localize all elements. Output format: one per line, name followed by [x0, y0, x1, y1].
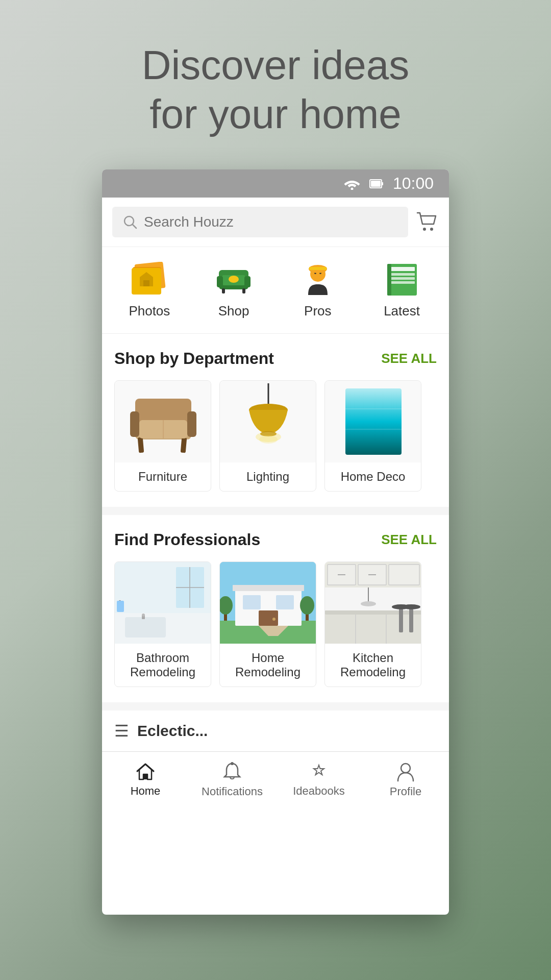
- homeremod-label: Home Remodeling: [220, 644, 316, 687]
- bottom-nav-notifications[interactable]: Notifications: [189, 756, 276, 803]
- notifications-nav-label: Notifications: [202, 785, 263, 798]
- photos-icon: [130, 262, 169, 298]
- bottom-nav-ideabooks[interactable]: Ideabooks: [276, 757, 362, 803]
- bottom-nav-home[interactable]: Home: [102, 757, 189, 803]
- bottom-nav-profile[interactable]: Profile: [362, 756, 449, 803]
- home-nav-label: Home: [131, 785, 161, 798]
- nav-item-pros[interactable]: Pros: [287, 257, 348, 323]
- battery-icon: [369, 178, 384, 189]
- find-pros-section: Find Professionals SEE ALL: [102, 515, 449, 702]
- pros-card-homeremod[interactable]: Home Remodeling: [219, 561, 316, 687]
- svg-line-5: [133, 225, 136, 228]
- ideabooks-icon: [309, 762, 329, 781]
- photos-label: Photos: [129, 303, 170, 319]
- svg-rect-62: [276, 595, 294, 609]
- bathroom-label: Bathroom Remodeling: [115, 644, 211, 687]
- svg-point-7: [430, 228, 433, 231]
- hero-section: Discover ideas for your home: [0, 0, 551, 169]
- svg-rect-36: [181, 437, 187, 453]
- nav-item-latest[interactable]: Latest: [371, 257, 433, 323]
- kitchen-label: Kitchen Remodeling: [325, 644, 421, 687]
- svg-rect-73: [389, 565, 419, 585]
- notifications-icon: [222, 762, 242, 782]
- homedeco-label: Home Deco: [325, 462, 421, 491]
- bottom-nav: Home Notifications Ideabooks: [102, 751, 449, 807]
- svg-rect-24: [309, 267, 327, 270]
- svg-point-85: [361, 601, 376, 606]
- svg-rect-30: [387, 264, 391, 296]
- svg-rect-86: [143, 774, 147, 779]
- pros-cards-row: Bathroom Remodeling: [114, 561, 437, 687]
- kitchen-image: [325, 562, 421, 644]
- pros-card-kitchen[interactable]: Kitchen Remodeling: [324, 561, 421, 687]
- svg-rect-52: [125, 617, 166, 638]
- search-input-wrapper[interactable]: [112, 207, 408, 237]
- list-icon: ☰: [114, 721, 129, 741]
- svg-rect-26: [389, 267, 415, 271]
- svg-point-64: [272, 618, 276, 621]
- cart-icon[interactable]: [416, 212, 439, 232]
- latest-icon: [382, 262, 422, 298]
- search-input[interactable]: [144, 214, 398, 230]
- svg-point-56: [142, 614, 145, 617]
- svg-rect-77: [325, 615, 421, 644]
- dept-card-lighting[interactable]: Lighting: [219, 380, 316, 492]
- svg-rect-63: [259, 610, 278, 626]
- dept-cards-row: Furniture: [114, 380, 437, 492]
- shop-label: Shop: [218, 303, 249, 319]
- phone-frame: 10:00: [102, 169, 449, 915]
- shop-see-all-link[interactable]: SEE ALL: [381, 351, 437, 366]
- svg-rect-32: [135, 399, 191, 423]
- pros-see-all-link[interactable]: SEE ALL: [381, 532, 437, 548]
- svg-rect-34: [187, 411, 196, 437]
- svg-rect-18: [242, 288, 245, 293]
- svg-rect-2: [382, 182, 383, 185]
- svg-point-0: [350, 187, 353, 190]
- shop-section-title: Shop by Department: [114, 349, 274, 368]
- svg-rect-15: [217, 276, 223, 287]
- svg-rect-54: [117, 601, 124, 612]
- pros-card-bathroom[interactable]: Bathroom Remodeling: [114, 561, 211, 687]
- svg-rect-16: [244, 276, 251, 287]
- dept-card-homedeco[interactable]: Home Deco: [324, 380, 421, 492]
- svg-point-87: [231, 762, 234, 765]
- svg-point-43: [259, 435, 278, 444]
- hero-title: Discover ideas for your home: [31, 41, 520, 139]
- svg-point-6: [423, 228, 426, 231]
- status-bar: 10:00: [102, 169, 449, 198]
- furniture-label: Furniture: [115, 462, 211, 491]
- lighting-label: Lighting: [220, 462, 316, 491]
- bathroom-image: [115, 562, 211, 644]
- svg-rect-76: [325, 610, 421, 615]
- dept-card-furniture[interactable]: Furniture: [114, 380, 211, 492]
- wifi-icon: [344, 178, 360, 190]
- profile-nav-label: Profile: [390, 785, 421, 798]
- nav-item-photos[interactable]: Photos: [118, 257, 180, 323]
- pros-section-title: Find Professionals: [114, 530, 260, 549]
- latest-label: Latest: [384, 303, 420, 319]
- svg-rect-28: [389, 277, 415, 280]
- homedeco-image: [330, 383, 417, 460]
- home-icon: [135, 762, 156, 781]
- svg-point-68: [300, 596, 314, 615]
- svg-rect-44: [345, 388, 402, 455]
- nav-item-shop[interactable]: Shop: [203, 257, 264, 323]
- svg-rect-33: [130, 411, 139, 437]
- pros-label: Pros: [304, 303, 331, 319]
- content-section: Shop by Department SEE ALL: [102, 334, 449, 751]
- search-bar-container: [102, 198, 449, 247]
- shop-by-dept-section: Shop by Department SEE ALL: [102, 334, 449, 507]
- svg-rect-35: [138, 437, 144, 453]
- search-icon: [122, 214, 138, 230]
- svg-rect-80: [399, 607, 403, 632]
- svg-rect-82: [409, 607, 413, 632]
- partial-section-title: Eclectic...: [137, 722, 208, 740]
- furniture-image: [120, 383, 207, 460]
- svg-point-88: [401, 764, 410, 773]
- svg-rect-61: [243, 595, 261, 609]
- svg-rect-17: [222, 288, 225, 293]
- svg-rect-27: [389, 273, 415, 276]
- profile-icon: [396, 762, 415, 782]
- svg-point-83: [402, 604, 420, 609]
- nav-icons-row: Photos: [102, 247, 449, 334]
